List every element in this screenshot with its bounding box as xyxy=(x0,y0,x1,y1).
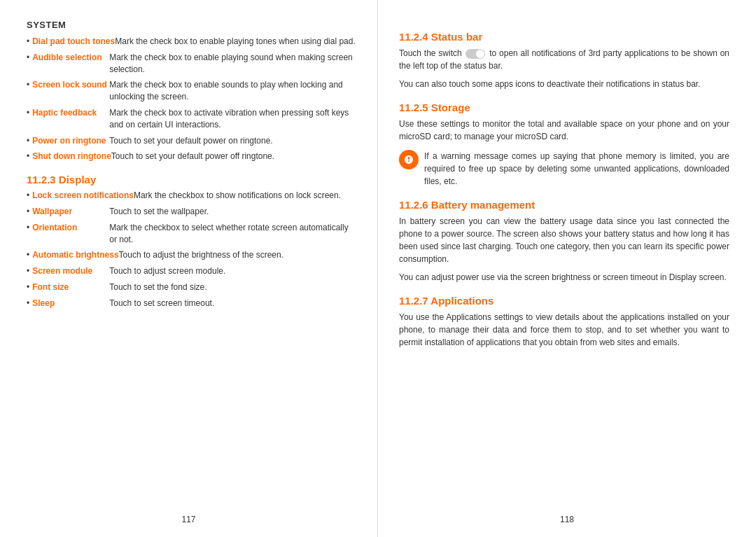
display-section: 11.2.3 Display • Lock screen notificatio… xyxy=(27,174,356,309)
list-item: • Haptic feedback Mark the check box to … xyxy=(27,107,356,131)
item-term: Power on ringtone xyxy=(32,135,109,147)
list-item: • Screen lock sound Mark the check box t… xyxy=(27,79,356,103)
warning-icon xyxy=(399,150,419,169)
item-desc: Touch to set the fond size. xyxy=(109,281,356,293)
list-item: • Orientation Mark the checkbox to selec… xyxy=(27,222,356,246)
list-item: • Power on ringtone Touch to set your de… xyxy=(27,135,356,147)
list-item: • Audible selection Mark the check box t… xyxy=(27,52,356,76)
battery-section: 11.2.6 Battery management In battery scr… xyxy=(399,199,729,284)
item-term: Sleep xyxy=(32,298,109,309)
item-desc: Touch to adjust screen module. xyxy=(109,265,356,277)
display-section-title: 11.2.3 Display xyxy=(27,174,356,186)
item-term: Haptic feedback xyxy=(32,107,109,119)
status-bar-section: 11.2.4 Status bar Touch the switch to op… xyxy=(399,31,729,90)
warning-text: If a warning message comes up saying tha… xyxy=(424,150,729,188)
item-desc: Touch to adjust the brightness of the sc… xyxy=(119,249,356,261)
item-term: Shut down ringtone xyxy=(32,151,111,162)
item-desc: Mark the checkbox to select whether rota… xyxy=(109,222,356,246)
item-desc: Touch to set screen timeout. xyxy=(109,298,356,309)
status-bar-text-1: Touch the switch to open all notificatio… xyxy=(399,47,729,72)
bullet-icon: • xyxy=(27,190,29,200)
list-item: • Dial pad touch tones Mark the check bo… xyxy=(27,36,356,48)
list-item: • Shut down ringtone Touch to set your d… xyxy=(27,151,356,162)
item-desc: Touch to set your default power on ringt… xyxy=(109,135,356,147)
right-page: 11.2.4 Status bar Touch the switch to op… xyxy=(378,0,756,537)
storage-section: 11.2.5 Storage Use these settings to mon… xyxy=(399,102,729,188)
item-term: Screen lock sound xyxy=(32,79,109,91)
item-term: Dial pad touch tones xyxy=(32,36,115,48)
item-term: Automatic brightness xyxy=(32,249,118,261)
item-term: Audible selection xyxy=(32,52,109,64)
bullet-icon: • xyxy=(27,207,29,216)
list-item: • Screen module Touch to adjust screen m… xyxy=(27,265,356,277)
switch-icon xyxy=(465,49,485,59)
system-items-list: • Dial pad touch tones Mark the check bo… xyxy=(27,36,356,162)
item-term: Font size xyxy=(32,281,109,293)
bullet-icon: • xyxy=(27,136,29,146)
bullet-icon: • xyxy=(27,80,29,90)
item-term: Wallpaper xyxy=(32,206,109,218)
system-title: SYSTEM xyxy=(27,20,356,30)
battery-title: 11.2.6 Battery management xyxy=(399,199,729,211)
left-page-number: 117 xyxy=(181,515,195,524)
bullet-icon: • xyxy=(27,266,29,276)
list-item: • Automatic brightness Touch to adjust t… xyxy=(27,249,356,261)
bullet-icon: • xyxy=(27,108,29,118)
bullet-icon: • xyxy=(27,151,29,161)
item-desc: Mark the check box to enable playing ton… xyxy=(115,36,356,48)
bullet-icon: • xyxy=(27,223,29,232)
item-desc: Mark the check box to enable sounds to p… xyxy=(109,79,356,103)
bullet-icon: • xyxy=(27,282,29,292)
list-item: • Lock screen notifications Mark the che… xyxy=(27,190,356,202)
item-term: Screen module xyxy=(32,265,109,277)
item-desc: Touch to set the wallpaper. xyxy=(109,206,356,218)
list-item: • Wallpaper Touch to set the wallpaper. xyxy=(27,206,356,218)
battery-text-2: You can adjust power use via the screen … xyxy=(399,271,729,284)
applications-text: You use the Applications settings to vie… xyxy=(399,311,729,349)
item-desc: Mark the check box to enable playing sou… xyxy=(109,52,356,76)
item-desc: Touch to set your default power off ring… xyxy=(111,151,356,162)
storage-text: Use these settings to monitor the total … xyxy=(399,118,729,143)
storage-title: 11.2.5 Storage xyxy=(399,102,729,113)
bullet-icon: • xyxy=(27,36,29,46)
bullet-icon: • xyxy=(27,298,29,308)
bullet-icon: • xyxy=(27,53,29,62)
list-item: • Sleep Touch to set screen timeout. xyxy=(27,298,356,309)
status-bar-text-2: You can also touch some apps icons to de… xyxy=(399,78,729,90)
page-container: SYSTEM • Dial pad touch tones Mark the c… xyxy=(0,0,756,537)
right-page-number: 118 xyxy=(560,515,574,524)
item-desc: Mark the checkbox to show notifications … xyxy=(134,190,356,202)
status-bar-title: 11.2.4 Status bar xyxy=(399,31,729,43)
item-term: Lock screen notifications xyxy=(32,190,134,202)
item-term: Orientation xyxy=(32,222,109,234)
bullet-icon: • xyxy=(27,250,29,260)
warning-box: If a warning message comes up saying tha… xyxy=(399,150,729,188)
battery-text-1: In battery screen you can view the batte… xyxy=(399,215,729,265)
applications-section: 11.2.7 Applications You use the Applicat… xyxy=(399,295,729,349)
item-desc: Mark the check box to activate vibration… xyxy=(109,107,356,131)
list-item: • Font size Touch to set the fond size. xyxy=(27,281,356,293)
applications-title: 11.2.7 Applications xyxy=(399,295,729,307)
left-page: SYSTEM • Dial pad touch tones Mark the c… xyxy=(0,0,378,537)
